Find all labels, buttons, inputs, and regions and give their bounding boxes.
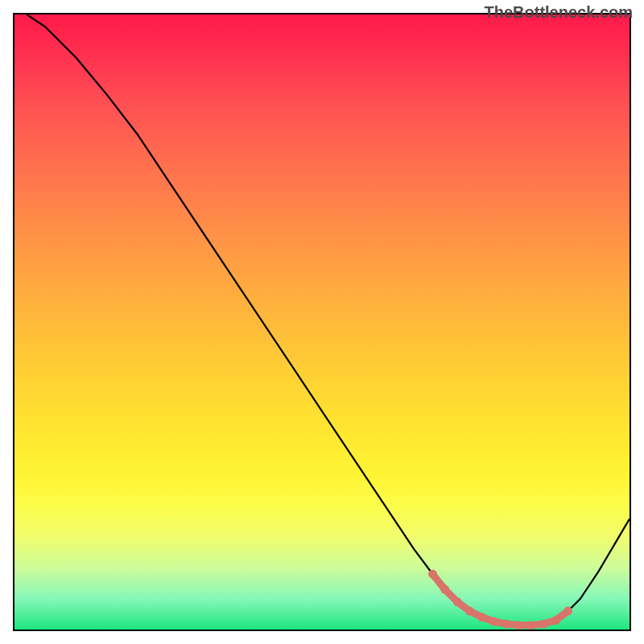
svg-point-1 <box>440 585 449 594</box>
svg-point-7 <box>514 621 523 630</box>
svg-point-0 <box>428 570 437 579</box>
svg-point-8 <box>526 621 535 630</box>
svg-point-2 <box>453 597 462 606</box>
highlight-segment <box>428 570 572 630</box>
plot-area <box>13 13 631 631</box>
svg-point-4 <box>477 613 486 621</box>
svg-point-6 <box>502 620 511 629</box>
chart-svg <box>14 14 630 630</box>
svg-point-3 <box>465 607 474 616</box>
svg-point-9 <box>539 620 548 629</box>
main-curve-line <box>27 14 630 625</box>
svg-point-11 <box>564 607 572 616</box>
svg-point-10 <box>551 616 560 625</box>
svg-point-5 <box>489 617 498 626</box>
watermark-text: TheBottleneck.com <box>485 3 633 22</box>
